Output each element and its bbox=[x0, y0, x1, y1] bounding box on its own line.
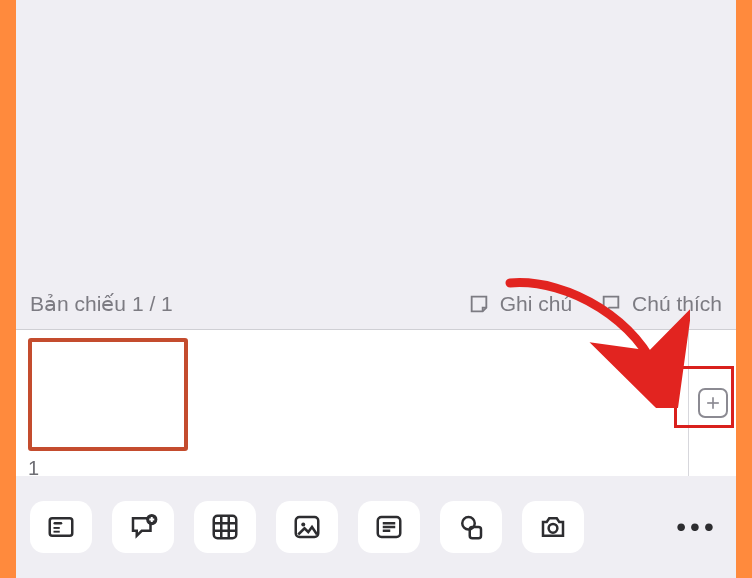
ellipsis-icon: ••• bbox=[676, 511, 717, 543]
presentation-app: Bản chiếu 1 / 1 Ghi chú Chú thích bbox=[16, 0, 736, 578]
slide-thumbnail-1[interactable]: 1 bbox=[28, 338, 724, 480]
slide-thumbnails: 1 bbox=[16, 330, 736, 476]
tutorial-frame: Bản chiếu 1 / 1 Ghi chú Chú thích bbox=[0, 0, 752, 578]
svg-rect-4 bbox=[54, 527, 60, 529]
add-slide-button[interactable] bbox=[698, 388, 728, 418]
slide-counter: Bản chiếu 1 / 1 bbox=[30, 292, 468, 316]
svg-rect-3 bbox=[54, 522, 63, 525]
svg-rect-5 bbox=[54, 531, 60, 533]
notes-label: Ghi chú bbox=[500, 292, 572, 316]
layout-button[interactable] bbox=[30, 501, 92, 553]
textbox-button[interactable] bbox=[358, 501, 420, 553]
more-button[interactable]: ••• bbox=[672, 502, 722, 552]
svg-point-22 bbox=[549, 524, 558, 533]
note-icon bbox=[468, 293, 490, 315]
slide-canvas[interactable] bbox=[16, 0, 736, 278]
new-comment-button[interactable] bbox=[112, 501, 174, 553]
svg-rect-2 bbox=[50, 518, 73, 536]
image-button[interactable] bbox=[276, 501, 338, 553]
status-bar: Bản chiếu 1 / 1 Ghi chú Chú thích bbox=[16, 278, 736, 330]
grid-icon bbox=[210, 512, 240, 542]
thumbnail-number: 1 bbox=[28, 457, 724, 480]
add-slide-panel bbox=[688, 330, 736, 476]
camera-icon bbox=[538, 512, 568, 542]
svg-point-15 bbox=[301, 523, 305, 527]
table-button[interactable] bbox=[194, 501, 256, 553]
shapes-icon bbox=[456, 512, 486, 542]
layout-icon bbox=[46, 512, 76, 542]
annotate-button[interactable]: Chú thích bbox=[600, 292, 722, 316]
svg-rect-9 bbox=[214, 516, 237, 539]
plus-icon bbox=[703, 393, 723, 413]
shape-button[interactable] bbox=[440, 501, 502, 553]
bottom-toolbar: ••• bbox=[16, 476, 736, 578]
thumbnail-image bbox=[28, 338, 188, 451]
comment-plus-icon bbox=[128, 512, 158, 542]
textbox-icon bbox=[374, 512, 404, 542]
comment-bubble-icon bbox=[600, 293, 622, 315]
camera-button[interactable] bbox=[522, 501, 584, 553]
status-actions: Ghi chú Chú thích bbox=[468, 292, 722, 316]
image-icon bbox=[292, 512, 322, 542]
notes-button[interactable]: Ghi chú bbox=[468, 292, 572, 316]
annotate-label: Chú thích bbox=[632, 292, 722, 316]
